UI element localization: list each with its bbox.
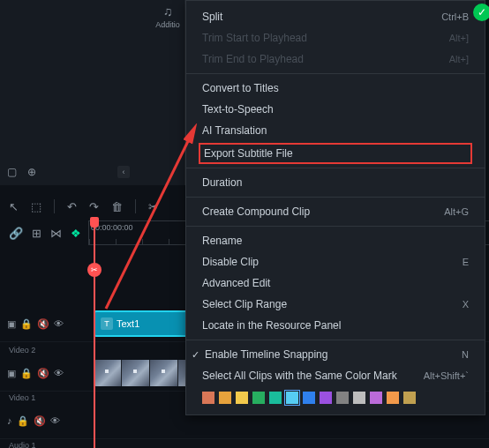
menu-item-duration[interactable]: Duration [186,172,485,193]
menu-item-label: Advanced Edit [202,277,270,289]
menu-item-label: Duration [202,176,242,189]
color-swatch[interactable] [403,392,416,404]
menu-item-enable-timeline-snapping[interactable]: ✓Enable Timeline SnappingN [186,344,485,365]
color-swatch[interactable] [353,392,365,404]
color-swatch[interactable] [387,392,399,404]
context-menu: SplitCtrl+BTrim Start to PlayheadAlt+]Tr… [185,0,485,415]
undo-icon[interactable]: ↶ [67,200,77,213]
toolbar-separator [135,199,136,213]
cut-tool-icon[interactable]: ✂ [148,200,158,213]
color-swatch[interactable] [219,392,231,404]
new-folder-icon[interactable]: ⊕ [27,166,36,178]
menu-shortcut: E [463,257,469,267]
menu-item-label: Create Compound Clip [202,205,310,218]
toolbar-separator [54,199,55,213]
select-tool-icon[interactable]: ⬚ [31,200,41,213]
menu-item-locate-in-the-resource-panel[interactable]: Locate in the Resource Panel [186,315,485,336]
visibility-icon[interactable]: 👁 [50,415,60,427]
mute-icon[interactable]: 🔇 [37,368,49,379]
cursor-tool-icon[interactable]: ↖ [9,200,19,213]
menu-item-label: Split [202,11,222,23]
menu-item-convert-to-titles[interactable]: Convert to Titles [186,78,485,99]
menu-item-select-all-clips-with-the-same-color-mark[interactable]: Select All Clips with the Same Color Mar… [186,365,485,386]
check-icon: ✓ [192,349,199,360]
menu-item-label: Text-to-Speech [202,103,274,116]
menu-item-trim-start-to-playhead: Trim Start to PlayheadAlt+] [186,27,485,49]
menu-item-export-subtitle-file[interactable]: Export Subtitle File [199,143,472,164]
menu-shortcut: Alt+G [444,206,469,217]
tab-label: Additio [155,20,180,29]
video-icon: ▣ [7,368,16,379]
menu-item-label: Rename [202,235,242,247]
menu-item-text-to-speech[interactable]: Text-to-Speech [186,99,485,120]
tab-additional[interactable]: ♫ Additio [159,4,177,22]
clip-thumbnail [122,360,150,386]
group-icon[interactable]: ⊞ [32,227,41,240]
color-swatch[interactable] [202,392,214,404]
color-swatch[interactable] [320,392,332,404]
clip-thumbnail [150,360,178,386]
playhead-handle-icon[interactable] [90,217,99,228]
menu-item-label: Trim Start to Playhead [202,32,307,44]
playhead[interactable]: ✂ [94,220,95,448]
menu-item-label: Select Clip Range [202,298,287,310]
audio-icon: ♪ [7,415,12,427]
menu-item-label: ✓Enable Timeline Snapping [202,348,327,361]
visibility-icon[interactable]: 👁 [54,368,64,379]
delete-icon[interactable]: 🗑 [111,200,123,213]
color-swatch[interactable] [303,392,315,404]
menu-item-label: Disable Clip [202,256,259,268]
color-swatch[interactable] [286,392,298,404]
menu-shortcut: N [462,349,469,360]
media-panel: ♫ Additio ▢ ⊕ ‹ [0,0,185,185]
redo-icon[interactable]: ↷ [89,200,99,213]
menu-separator [186,226,485,227]
menu-item-create-compound-clip[interactable]: Create Compound ClipAlt+G [186,201,485,222]
color-swatch[interactable] [252,392,265,404]
color-swatch[interactable] [370,392,382,404]
lock-icon[interactable]: 🔒 [20,318,33,330]
menu-item-select-clip-range[interactable]: Select Clip RangeX [186,294,485,315]
lock-icon[interactable]: 🔒 [20,368,33,379]
mute-icon[interactable]: 🔇 [37,318,49,330]
visibility-icon[interactable]: 👁 [54,318,64,330]
menu-separator [186,168,485,168]
menu-shortcut: Alt+Shift+` [424,370,469,381]
color-swatch[interactable] [269,392,282,404]
menu-separator [186,73,485,74]
playhead-cut-icon[interactable]: ✂ [87,263,102,277]
folder-icon[interactable]: ▢ [7,166,17,178]
menu-separator [186,340,485,340]
edit-toolbar: ↖ ⬚ ↶ ↷ 🗑 ✂ [0,194,185,219]
music-note-icon: ♫ [163,4,173,19]
color-mark-row [186,386,485,409]
text-clip-label: Text1 [117,318,139,329]
menu-item-label: Locate in the Resource Panel [202,319,341,332]
lock-icon[interactable]: 🔒 [17,415,29,427]
menu-shortcut: Alt+] [449,54,469,64]
ok-badge-icon: ✓ [473,4,489,21]
menu-shortcut: Alt+] [449,33,469,43]
menu-item-disable-clip[interactable]: Disable ClipE [186,251,485,273]
color-swatch[interactable] [336,392,349,404]
marker-icon[interactable]: ❖ [71,227,81,240]
mute-icon[interactable]: 🔇 [34,415,46,427]
menu-shortcut: X [463,299,469,310]
menu-item-ai-translation[interactable]: AI Translation [186,120,485,141]
video-icon: ▣ [7,318,16,330]
menu-item-rename[interactable]: Rename [186,230,485,251]
menu-separator [186,197,485,198]
track-label: Video 1 [9,393,35,402]
menu-item-advanced-edit[interactable]: Advanced Edit [186,273,485,294]
menu-item-label: Select All Clips with the Same Color Mar… [202,370,397,382]
menu-item-label: Export Subtitle File [204,147,293,160]
menu-item-label: Convert to Titles [202,82,279,94]
magnet-icon[interactable]: ⋈ [50,227,62,240]
menu-item-trim-end-to-playhead: Trim End to PlayheadAlt+] [186,49,485,70]
menu-item-split[interactable]: SplitCtrl+B [186,6,485,27]
color-swatch[interactable] [236,392,248,404]
link-icon[interactable]: 🔗 [9,227,23,240]
collapse-button[interactable]: ‹ [117,166,130,178]
menu-shortcut: Ctrl+B [441,11,469,22]
track-label: Video 2 [9,346,35,355]
